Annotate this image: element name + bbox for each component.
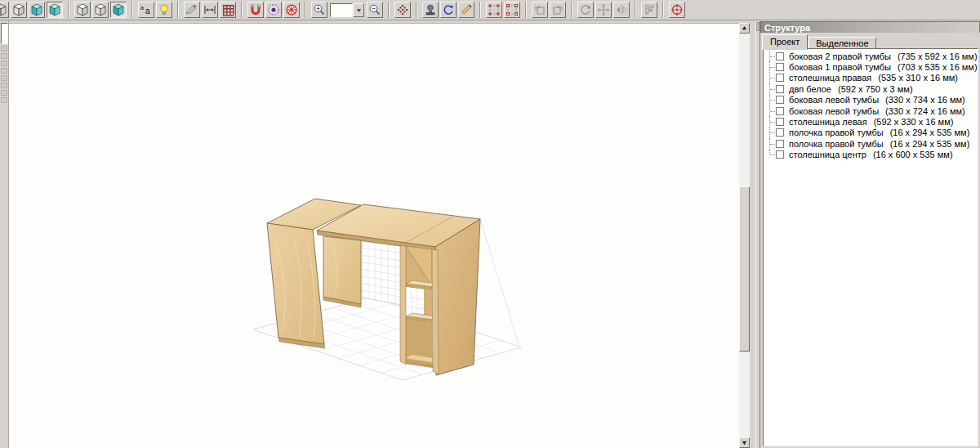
tree-item[interactable]: боковая 2 правой тумбы(735 x 592 x 16 мм… [764,51,978,61]
left-dock-mini-button[interactable] [1,83,7,88]
tree-item[interactable]: столешница центр(16 x 600 x 535 мм) [764,150,978,160]
furniture-3d-model [9,24,739,448]
left-dock-slot[interactable] [1,23,8,44]
part-dims: (592 x 750 x 3 мм) [838,84,913,94]
edit-pencil-button[interactable] [458,2,474,18]
part-checkbox[interactable] [776,74,784,82]
tree-connector [764,73,776,83]
pattern-fill-button[interactable] [394,2,411,18]
toolbar-separator [241,2,243,18]
svg-text:a: a [145,7,150,16]
view-wireframe-button[interactable] [0,2,9,18]
tree-item[interactable]: столешница левая(592 x 330 x 16 мм) [764,116,978,127]
left-dock-mini-button[interactable] [1,46,7,52]
zoom-in-button[interactable] [311,2,327,18]
mirror-tool-icon [615,3,628,16]
scroll-down-button[interactable] [739,437,750,448]
text-labels-button[interactable]: aa [138,2,154,18]
rotate-left-90-icon [533,3,546,16]
part-checkbox[interactable] [776,128,784,137]
viewport-3d[interactable] [9,23,739,448]
zoom-value-input[interactable] [330,3,353,17]
part-checkbox[interactable] [776,118,784,126]
grid-snap-button[interactable] [220,2,236,18]
show-box-wire-button[interactable] [74,2,91,18]
tree-item[interactable]: боковая левой тумбы(330 x 724 x 16 мм) [764,105,978,116]
left-dock-strip [0,20,9,448]
part-checkbox[interactable] [776,107,784,115]
tree-item[interactable]: полочка правой тумбы(16 x 294 x 535 мм) [764,138,978,149]
tree-connector [764,95,776,105]
show-solid-button[interactable] [110,2,127,18]
move-tool-button[interactable] [595,2,612,18]
part-checkbox[interactable] [776,85,784,93]
svg-text:a: a [140,5,144,11]
part-checkbox[interactable] [776,63,784,71]
part-dims: (330 x 724 x 16 мм) [885,106,965,116]
left-dock-mini-button[interactable] [1,60,7,66]
toolbar-separator [479,2,481,18]
left-dock-mini-button[interactable] [1,75,7,81]
grid-snap-icon [221,3,234,16]
tree-item[interactable]: двп белое(592 x 750 x 3 мм) [764,83,978,94]
part-checkbox[interactable] [776,140,784,148]
rotate-right-90-button[interactable] [550,2,566,18]
orbit-view-button[interactable] [265,2,282,18]
toolbar-separator [131,2,133,18]
tree-item[interactable]: столешница правая(535 x 310 x 16 мм) [764,73,978,83]
rotate-object-button[interactable] [440,2,457,18]
rotate-left-90-button[interactable] [532,2,548,18]
zoom-level-combo[interactable] [330,3,364,17]
show-box-edges-button[interactable] [92,2,109,18]
rotate-object-icon [442,3,455,16]
measure-ruler-icon [643,3,656,16]
view-textured-button[interactable] [47,2,63,18]
toolbar: aa [0,0,980,20]
wheel-view-button[interactable] [283,2,300,18]
lighting-icon [158,3,171,16]
center-target-button[interactable] [669,2,685,18]
lighting-button[interactable] [156,2,172,18]
dimensions-button[interactable] [202,2,218,18]
select-frame-add-button[interactable] [504,2,520,18]
arrow-up-icon [742,25,747,31]
view-hidden-line-button[interactable] [11,2,27,18]
tree-item[interactable]: полочка правой тумбы(16 x 294 x 535 мм) [764,128,978,138]
parts-tree[interactable]: боковая 2 правой тумбы(735 x 592 x 16 мм… [763,48,978,446]
left-dock-mini-button[interactable] [1,90,7,96]
part-checkbox[interactable] [776,52,784,60]
stamp-tool-button[interactable] [422,2,439,18]
edit-pencil-icon [460,3,473,16]
part-dims: (535 x 310 x 16 мм) [878,73,958,83]
magnet-snap-button[interactable] [247,2,264,18]
zoom-out-button[interactable] [367,2,383,18]
view-textured-icon [48,3,61,16]
splitter-grip[interactable] [756,22,760,31]
part-label: столешница центр [789,150,866,159]
tree-connector [764,83,776,94]
mirror-tool-button[interactable] [613,2,630,18]
select-frame-button[interactable] [486,2,502,18]
scroll-thumb[interactable] [739,186,750,352]
wheel-view-icon [285,3,298,16]
rotate-free-button[interactable] [577,2,594,18]
toolbar-separator [525,2,527,18]
scroll-up-button[interactable] [739,23,750,34]
toolbar-separator [571,2,572,18]
saw-cut-button[interactable] [184,2,200,18]
tree-item[interactable]: боковая левой тумбы(330 x 734 x 16 мм) [764,95,978,105]
toolbar-separator [635,2,636,18]
zoom-dropdown-button[interactable] [353,3,364,17]
view-color-button[interactable] [29,2,45,18]
part-checkbox[interactable] [776,96,784,104]
part-checkbox[interactable] [776,150,784,159]
left-dock-mini-button[interactable] [1,68,7,74]
measure-ruler-button[interactable] [641,2,657,18]
tree-item[interactable]: боковая 1 правой тумбы(703 x 535 x 16 мм… [764,61,978,72]
left-dock-mini-button[interactable] [1,53,7,59]
left-dock-mini-button[interactable] [1,97,7,103]
tab-project[interactable]: Проект [762,34,808,50]
vertical-scrollbar[interactable] [739,23,750,448]
view-color-icon [30,3,43,16]
part-dims: (735 x 592 x 16 мм) [898,52,978,61]
